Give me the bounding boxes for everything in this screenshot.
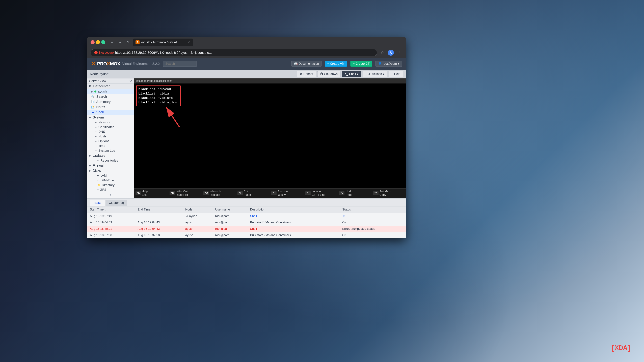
systemlog-icon: ≡	[95, 149, 96, 152]
table-row-error[interactable]: Aug 16 18:40:01 Aug 16 19:04:43 ayush ro…	[87, 226, 406, 232]
bookmark-button[interactable]: ☆	[379, 49, 386, 56]
window-close-button[interactable]	[90, 40, 94, 44]
sidebar-item-shell[interactable]: ▶ Shell	[87, 110, 134, 115]
tab-tasks[interactable]: Tasks	[90, 200, 105, 206]
nano-key-undo: ^Z UndoRedo	[338, 189, 372, 198]
sidebar-updates-label: Updates	[93, 154, 105, 158]
sidebar-item-lvm-thin[interactable]: □ LVM-Thin	[87, 178, 134, 183]
url-text: https://192.168.29.32:8006/#v1:0=node%2F…	[115, 51, 212, 55]
node-item-ayush[interactable]: ▶ ayush	[87, 89, 134, 94]
sidebar-item-hosts[interactable]: ● Hosts	[87, 134, 134, 139]
sidebar-updates-header[interactable]: ▶ Updates	[87, 153, 134, 158]
col-status[interactable]: Status	[340, 206, 406, 213]
pve-logo: ✕ PROXMOX Virtual Environment 8.2.2	[91, 60, 160, 67]
shell-chevron-icon: ▾	[357, 72, 358, 76]
sidebar-item-summary[interactable]: 📊 Summary	[87, 99, 134, 104]
tab-favicon: P	[136, 40, 140, 44]
nano-key-label-cut: CutPaste	[244, 190, 251, 197]
col-node[interactable]: Node	[183, 206, 213, 213]
table-row[interactable]: Aug 16 18:37:58 Aug 16 18:37:58 ayush ro…	[87, 232, 406, 238]
sidebar-item-repositories[interactable]: ● Repositories	[87, 158, 134, 163]
terminal-content[interactable]: blacklist nouveau blacklist nvidia black…	[134, 83, 406, 188]
nano-key-label-location: LocationGo To Line	[312, 190, 325, 197]
reboot-button[interactable]: ↺ Reboot	[297, 71, 316, 77]
datacenter-icon: 🖥	[88, 84, 92, 88]
sidebar-item-time[interactable]: ● Time	[87, 143, 134, 148]
security-icon: 🔴	[94, 51, 98, 54]
shutdown-button[interactable]: ⏻ Shutdown	[317, 71, 340, 77]
col-start-time[interactable]: Start Time ↓	[87, 206, 135, 213]
node-label: ayush	[98, 89, 107, 93]
sidebar-system-header[interactable]: ▶ System	[87, 115, 134, 120]
sidebar-time-label: Time	[98, 144, 105, 148]
help-button[interactable]: ? Help	[388, 71, 403, 77]
logo-mox: MOX	[110, 61, 120, 66]
sidebar-repositories-label: Repositories	[100, 159, 118, 162]
profile-avatar[interactable]: A	[388, 50, 394, 56]
tab-cluster-log[interactable]: Cluster log	[106, 200, 128, 206]
reboot-label: Reboot	[304, 72, 313, 76]
table-row[interactable]: Aug 16 19:07:49 🖥 ayush root@pam Shell ↻	[87, 213, 406, 219]
table-row[interactable]: Aug 16 19:04:43 Aug 16 19:04:43 ayush ro…	[87, 219, 406, 226]
nano-key-setmark: ^^ Set MarkCopy	[372, 189, 406, 198]
node-expand-icon: ▶	[91, 90, 93, 93]
browser-menu-button[interactable]: ⋮	[396, 49, 402, 56]
nano-key-code-undo: ^Z	[339, 191, 344, 195]
task-end: Aug 16 18:37:58	[135, 232, 182, 238]
sidebar-firewall-header[interactable]: ▶ Firewall	[87, 163, 134, 168]
terminal-container[interactable]: /etc/modprobe.d/blacklist.conf * blackli…	[134, 78, 406, 188]
task-description: Shell	[247, 226, 340, 232]
sidebar-lvm-thin-label: LVM-Thin	[100, 178, 114, 182]
tab-close-button[interactable]: ✕	[186, 40, 190, 44]
datacenter-item[interactable]: 🖥 Datacenter	[87, 84, 134, 89]
sidebar-item-network[interactable]: ● Network	[87, 120, 134, 125]
browser-reload-button[interactable]: ↻	[125, 39, 131, 45]
sidebar-scroll-down[interactable]: ▼	[87, 192, 134, 198]
window-minimize-button[interactable]	[96, 40, 100, 44]
task-user: root@pam	[212, 219, 247, 226]
datacenter-label-text: Datacenter	[93, 84, 110, 88]
browser-tab[interactable]: P ayush - Proxmox Virtual Enviro... ✕	[133, 38, 193, 46]
pve-version: Virtual Environment 8.2.2	[122, 62, 160, 66]
bulk-actions-button[interactable]: Bulk Actions ▾	[362, 71, 387, 77]
task-desc-link-error[interactable]: Shell	[250, 227, 257, 230]
shell-button[interactable]: >_ Shell ▾	[342, 71, 361, 77]
user-menu-button[interactable]: 👤 root@pam ▾	[376, 61, 402, 67]
nano-key-code-execute: ^J	[271, 191, 276, 195]
shutdown-icon: ⏻	[320, 72, 323, 76]
tab-tasks-label: Tasks	[93, 201, 102, 205]
col-user[interactable]: User name	[212, 206, 247, 213]
new-tab-button[interactable]: +	[194, 39, 200, 45]
sidebar-zfs-label: ZFS	[100, 188, 106, 192]
sidebar-item-directory[interactable]: 📁 Directory	[87, 183, 134, 187]
address-input[interactable]: 🔴 Not secure https://192.168.29.32:8006/…	[90, 49, 377, 56]
task-status: ↻	[340, 213, 406, 219]
sidebar-disks-header[interactable]: ▶ Disks	[87, 168, 134, 173]
pve-search-input[interactable]	[163, 61, 197, 67]
col-end-time[interactable]: End Time	[135, 206, 182, 213]
col-description[interactable]: Description	[247, 206, 340, 213]
certificates-dot-icon: ●	[95, 126, 96, 128]
task-node: ayush	[183, 226, 213, 232]
documentation-button[interactable]: 📖 Documentation	[292, 61, 322, 67]
sidebar-item-search[interactable]: 🔍 Search	[87, 94, 134, 99]
sidebar-item-notes[interactable]: 📝 Notes	[87, 104, 134, 110]
sidebar-disks-label: Disks	[93, 169, 101, 173]
create-vm-button[interactable]: + Create VM	[325, 61, 347, 67]
sidebar-item-options[interactable]: ● Options	[87, 139, 134, 143]
sidebar-item-certificates[interactable]: ● Certificates	[87, 125, 134, 129]
window-maximize-button[interactable]	[101, 40, 105, 44]
xda-bracket-right: ]	[628, 344, 630, 352]
sidebar-item-systemlog[interactable]: ≡ System Log	[87, 148, 134, 153]
sidebar-item-lvm[interactable]: ■ LVM	[87, 173, 134, 178]
server-view-bar: Server View ⚙	[87, 78, 134, 84]
browser-back-button[interactable]: ←	[109, 39, 115, 45]
sidebar-item-dns[interactable]: ● DNS	[87, 129, 134, 134]
browser-forward-button[interactable]: →	[117, 39, 123, 45]
tab-cluster-log-label: Cluster log	[109, 201, 124, 205]
pve-main: Server View ⚙ 🖥 Datacenter ▶ ayush 🔍 Sea…	[87, 78, 406, 198]
server-view-settings-button[interactable]: ⚙	[129, 79, 132, 83]
sidebar-item-zfs[interactable]: ≡ ZFS	[87, 187, 134, 192]
task-desc-link[interactable]: Shell	[250, 214, 257, 218]
create-ct-button[interactable]: + Create CT	[350, 61, 372, 67]
